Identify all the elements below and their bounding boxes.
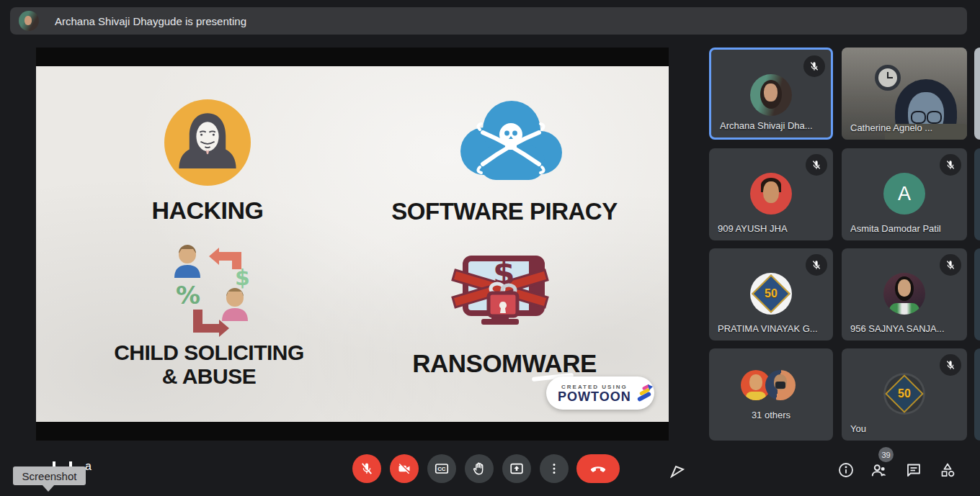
- child-soliciting-icon: $ %: [163, 243, 258, 338]
- pirate-cloud-icon: [448, 95, 572, 193]
- mic-muted-icon: [940, 354, 961, 376]
- participant-tile-catherine[interactable]: Catherine Agnelo ...: [842, 48, 967, 140]
- mic-muted-icon: [806, 154, 827, 176]
- mic-muted-icon: [806, 254, 827, 276]
- avatar: [750, 173, 792, 215]
- participant-tile-sajnya[interactable]: 956 SAJNYA SANJA...: [842, 248, 967, 341]
- raise-hand-icon: [471, 461, 487, 477]
- chat-button[interactable]: [904, 461, 923, 479]
- slide-title-hacking: HACKING: [92, 197, 323, 225]
- participant-name: You: [850, 423, 866, 434]
- participant-tile-ayush[interactable]: 909 AYUSH JHA: [709, 148, 833, 240]
- participant-tile-asmita[interactable]: A Asmita Damodar Patil: [842, 148, 967, 240]
- svg-text:%: %: [176, 281, 200, 310]
- svg-text:$: $: [235, 265, 250, 290]
- presenter-avatar: [19, 11, 39, 31]
- mic-muted-icon: [803, 55, 825, 77]
- end-call-button[interactable]: [576, 454, 620, 483]
- mic-off-icon: [360, 461, 374, 476]
- hacker-icon: [164, 99, 251, 186]
- info-icon: [837, 461, 855, 479]
- others-avatar-2: [765, 370, 796, 400]
- mic-toggle-button[interactable]: [352, 454, 381, 483]
- participant-tile-others[interactable]: 31 others: [709, 348, 833, 441]
- slide-title-ransomware: RANSOMWARE: [368, 349, 641, 378]
- activities-icon: [939, 461, 956, 479]
- participant-tile-archana[interactable]: Archana Shivaji Dha...: [709, 48, 833, 140]
- tooltip-arrow: [42, 484, 55, 492]
- avatar-initial: A: [883, 173, 925, 215]
- presenting-banner-text: Archana Shivaji Dhaygude is presenting: [55, 15, 246, 27]
- cutoff-tile-sliver: [974, 348, 980, 441]
- participants-button[interactable]: [870, 461, 888, 479]
- obscured-meeting-text: a: [85, 460, 92, 473]
- participant-name: PRATIMA VINAYAK G...: [718, 323, 818, 334]
- captions-icon: CC: [434, 461, 450, 477]
- mic-muted-icon: [940, 154, 961, 176]
- svg-text:CC: CC: [437, 466, 446, 472]
- avatar: [750, 74, 792, 116]
- mouse-cursor: [669, 459, 686, 478]
- more-options-button[interactable]: [540, 454, 569, 483]
- avatar-badge-50: 50: [750, 273, 792, 315]
- chat-icon: [905, 461, 922, 479]
- activities-button[interactable]: [938, 461, 957, 479]
- participant-count-badge: 39: [878, 447, 894, 462]
- ransomware-icon: $: [445, 251, 564, 345]
- more-options-icon: [547, 461, 561, 476]
- presenting-banner: Archana Shivaji Dhaygude is presenting: [10, 7, 967, 35]
- cutoff-tile-sliver: [974, 48, 980, 140]
- present-screen-icon: [509, 461, 525, 477]
- google-meet-window: Archana Shivaji Dhaygude is presenting H…: [0, 0, 980, 496]
- powtoon-logo-icon: [636, 383, 654, 403]
- end-call-icon: [589, 459, 607, 478]
- captions-button[interactable]: CC: [427, 454, 456, 483]
- participant-name: Asmita Damodar Patil: [850, 223, 941, 234]
- participant-tile-you[interactable]: 50 You: [842, 348, 967, 441]
- mic-muted-icon: [940, 254, 961, 276]
- others-count-label: 31 others: [709, 410, 833, 420]
- meeting-details-button[interactable]: [837, 461, 855, 479]
- participant-name: Archana Shivaji Dha...: [720, 120, 813, 131]
- present-screen-button[interactable]: [502, 454, 531, 483]
- participant-name: Catherine Agnelo ...: [850, 122, 932, 133]
- presentation-stage[interactable]: HACKING SOFTWARE PIRACY $ %: [36, 48, 669, 441]
- people-icon: [870, 461, 888, 479]
- participant-name: 909 AYUSH JHA: [718, 223, 788, 234]
- screenshot-tooltip: Screenshot: [13, 466, 86, 485]
- slide-title-child-soliciting: CHILD SOLICITING & ABUSE: [94, 341, 324, 388]
- cutoff-tile-sliver: [974, 248, 980, 341]
- camera-off-icon: [397, 461, 411, 476]
- powtoon-watermark: CREATED USING POWTOON: [546, 376, 654, 410]
- participant-name: 956 SAJNYA SANJA...: [850, 323, 945, 334]
- avatar: [883, 273, 925, 315]
- cutoff-tile-sliver: [974, 148, 980, 240]
- slide-title-software-piracy: SOFTWARE PIRACY: [360, 198, 649, 225]
- camera-toggle-button[interactable]: [390, 454, 419, 483]
- raise-hand-button[interactable]: [465, 454, 494, 483]
- avatar-badge-50: 50: [883, 373, 925, 415]
- participant-tile-pratima[interactable]: 50 PRATIMA VINAYAK G...: [709, 248, 833, 341]
- watermark-brand-text: POWTOON: [558, 390, 631, 403]
